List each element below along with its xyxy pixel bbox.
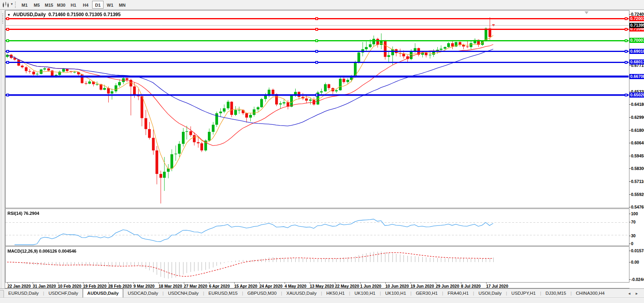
- timeframe-button-w1[interactable]: W1: [104, 1, 116, 9]
- macd-tick-mark: [629, 279, 631, 280]
- chart-tab-hk50-h1[interactable]: HK50,H1: [322, 290, 349, 297]
- date-label: 19 Feb 2020: [83, 284, 107, 288]
- chart-tab-usdcad-daily[interactable]: USDCAD,Daily: [123, 290, 162, 297]
- timeframe-button-m5[interactable]: M5: [31, 1, 43, 9]
- date-label: 28 Feb 2020: [108, 284, 132, 288]
- trading-platform-window: ▼ M1M5M15M30H1H4D1W1MN ▼AUDUSD,Daily 0.7…: [0, 0, 644, 303]
- chart-tab-usdjpy-h1[interactable]: USDJPY,H1: [507, 290, 540, 297]
- tab-stub: [0, 290, 4, 297]
- bottom-strip: [0, 298, 644, 303]
- left-splitter-handle[interactable]: [2, 13, 4, 24]
- date-label: 27 Mar 2020: [184, 284, 207, 288]
- date-label: 22 May 2020: [335, 284, 359, 288]
- rsi-tick-mark: [629, 236, 631, 236]
- rsi-tick-label: 0: [631, 241, 644, 246]
- date-label: 29 Jun 2020: [436, 284, 459, 288]
- chart-tab-usoil-daily[interactable]: USOil,Daily: [474, 290, 506, 297]
- chart-tab-audusd-daily[interactable]: AUDUSD,Daily: [83, 288, 124, 297]
- chart-tab-usdchf-daily[interactable]: USDCHF,Daily: [44, 290, 82, 297]
- price-tick-mark: [629, 207, 631, 207]
- macd-tick-mark: [629, 251, 631, 251]
- date-label: 9 Mar 2020: [133, 284, 155, 288]
- macd-label: MACD(12,26,9) 0.006126 0.004546: [7, 249, 76, 253]
- chart-tab-uk100-h1[interactable]: UK100,H1: [350, 290, 380, 297]
- timeframe-button-h4[interactable]: H4: [80, 1, 91, 9]
- chart-tab-uk100-h1[interactable]: UK100,H1: [381, 290, 410, 297]
- chart-tab-eurusd-m15[interactable]: EURUSD,M15: [204, 290, 242, 297]
- price-tick-mark: [629, 104, 631, 105]
- chart-tool-icon[interactable]: [2, 1, 10, 8]
- macd-tick-label: 0.01574: [631, 248, 644, 253]
- price-tick-mark: [629, 65, 631, 66]
- chart-tab-usdcnh-daily[interactable]: USDCNH,Daily: [164, 290, 203, 297]
- timeframe-button-m30[interactable]: M30: [56, 1, 67, 9]
- chart-header: ▼AUDUSD,Daily 0.71460 0.71500 0.71305 0.…: [7, 12, 120, 17]
- rsi-tick-mark: [629, 244, 631, 244]
- chart-tab-xauusd-daily[interactable]: XAUUSD,Daily: [282, 290, 321, 297]
- rsi-chart[interactable]: [6, 209, 629, 246]
- price-tick-mark: [629, 168, 631, 169]
- level-price-label: 0.68017: [629, 59, 644, 65]
- tab-scroll-arrows: ◄►: [627, 290, 638, 297]
- chart-header-dropdown-icon[interactable]: ▼: [7, 13, 11, 17]
- price-tick-label: 0.57110: [631, 179, 644, 184]
- timeframe-button-m15[interactable]: M15: [43, 1, 55, 9]
- price-tick-label: 0.54765: [631, 205, 644, 209]
- macd-tick-mark: [629, 262, 631, 262]
- date-label: 4 May 2020: [285, 284, 306, 288]
- toolbar-drag-handle[interactable]: [15, 2, 16, 8]
- date-label: 24 Apr 2020: [259, 284, 283, 288]
- macd-tick-label: 0.00: [631, 260, 644, 264]
- price-tick-mark: [629, 117, 631, 118]
- candlestick-chart[interactable]: [6, 11, 629, 208]
- chart-ohlc-values: 0.71460 0.71500 0.71305 0.71395: [48, 12, 121, 17]
- tab-scroll-left-icon[interactable]: ◄: [627, 292, 631, 296]
- price-tick-label: 0.58300: [631, 166, 644, 171]
- chart-symbol-label: AUDUSD,Daily: [13, 12, 46, 17]
- price-tick-label: 0.59455: [631, 153, 644, 158]
- level-price-label: 0.66708: [629, 74, 644, 79]
- macd-chart[interactable]: [6, 247, 629, 282]
- left-splitter[interactable]: [0, 10, 5, 288]
- chart-tab-dj30-m15[interactable]: DJ30,M15: [541, 290, 570, 297]
- level-price-label: 0.72001: [629, 16, 644, 21]
- price-tick-mark: [629, 92, 631, 92]
- price-tick-mark: [629, 156, 631, 156]
- date-label: 1 Jun 2020: [360, 284, 381, 288]
- level-price-label: 0.70007: [629, 38, 644, 43]
- rsi-label: RSI(14) 76.2904: [7, 211, 39, 216]
- price-tick-label: 0.64180: [631, 102, 644, 107]
- date-label: 22 Jan 2020: [7, 284, 31, 288]
- tab-scroll-right-icon[interactable]: ►: [635, 292, 638, 296]
- price-tick-mark: [629, 143, 631, 143]
- date-label: 13 May 2020: [310, 284, 334, 288]
- price-tick-mark: [629, 130, 631, 131]
- date-label: 18 Mar 2020: [159, 284, 182, 288]
- toolbar: ▼ M1M5M15M30H1H4D1W1MN: [0, 0, 644, 10]
- date-label: 6 Apr 2020: [209, 284, 230, 288]
- rsi-tick-label: 100: [631, 211, 644, 216]
- timeframe-button-d1[interactable]: D1: [92, 1, 104, 9]
- chart-tab-gbpusd-m30[interactable]: GBPUSD,M30: [243, 290, 281, 297]
- macd-tick-label: -0.02441: [631, 277, 644, 282]
- price-tick-label: 0.62990: [631, 115, 644, 120]
- chart-tab-eurusd-daily[interactable]: EURUSD,Daily: [4, 290, 43, 297]
- rsi-tick-label: 70: [631, 220, 644, 224]
- rsi-tick-label: 30: [631, 233, 644, 238]
- timeframe-button-mn[interactable]: MN: [117, 1, 128, 9]
- chart-tab-ger30-h1[interactable]: GER30,H1: [411, 290, 442, 297]
- price-tick-mark: [629, 14, 631, 15]
- date-label: 19 Jun 2020: [411, 284, 434, 288]
- date-label: 31 Jan 2020: [33, 284, 56, 288]
- date-label: 15 Apr 2020: [234, 284, 257, 288]
- date-label: 17 Jul 2020: [486, 284, 508, 288]
- rsi-tick-mark: [629, 222, 631, 222]
- price-tick-mark: [629, 181, 631, 182]
- timeframe-button-m1[interactable]: M1: [19, 1, 30, 9]
- timeframe-button-h1[interactable]: H1: [68, 1, 79, 9]
- chart-tab-china300-h4[interactable]: CHINA300,H4: [572, 290, 609, 297]
- chart-tool-dropdown-icon[interactable]: ▼: [10, 2, 13, 6]
- chart-tab-fra40-h1[interactable]: FRA40,H1: [443, 290, 473, 297]
- date-label: 8 Jul 2020: [461, 284, 481, 288]
- date-axis: 22 Jan 202031 Jan 202010 Feb 202019 Feb …: [5, 283, 629, 288]
